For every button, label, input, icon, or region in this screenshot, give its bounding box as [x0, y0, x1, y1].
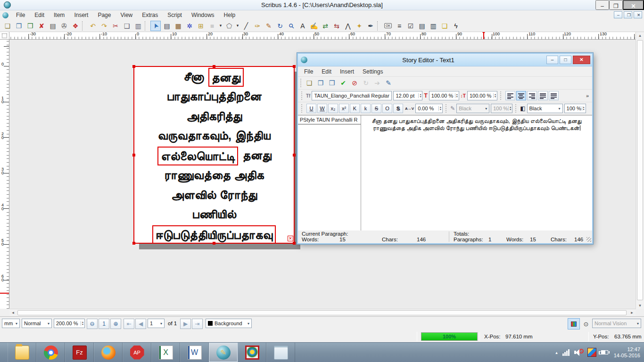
stroke-color-combo[interactable]: Black — [456, 104, 489, 113]
resize-handle[interactable] — [213, 242, 215, 245]
export-pdf-button[interactable]: ❖ — [70, 21, 81, 31]
new-document-button[interactable]: ❏ — [2, 21, 13, 31]
toolbar-separator[interactable] — [82, 21, 85, 31]
volume-muted-icon[interactable] — [574, 349, 583, 356]
paragraph-style-entry[interactable]: PStyle TAUN Panchalli R — [298, 115, 361, 124]
taskbar-filezilla[interactable]: Fz — [65, 343, 94, 362]
color-management-button[interactable] — [568, 318, 580, 329]
scroll-down-arrow-icon[interactable]: ▾ — [636, 302, 644, 309]
zoom-in-button[interactable]: ⊕ — [110, 319, 121, 329]
resize-handle[interactable] — [132, 154, 135, 156]
taskbar-ap[interactable]: AP — [123, 343, 151, 362]
se-new-button[interactable]: ❏ — [304, 78, 314, 88]
resize-handle[interactable] — [293, 154, 296, 156]
scroll-left-arrow-icon[interactable]: ◂ — [9, 309, 17, 316]
pdf-text-field-tool[interactable]: ≡ — [394, 21, 405, 31]
toolbar-overflow-chevron[interactable]: » — [586, 93, 589, 99]
stroke-shade-spinner[interactable]: 100 % — [491, 104, 512, 113]
width-scale-spinner[interactable]: 100.00 % — [429, 91, 459, 100]
superscript-button[interactable]: x² — [339, 104, 349, 113]
paste-button[interactable]: ▥ — [133, 21, 143, 31]
document-page[interactable]: சீனா தனதுபாதுகாப்புத்திறனைஅதிகரித்துவருவ… — [133, 66, 295, 244]
menu-script[interactable]: Script — [163, 10, 187, 20]
menu-extras[interactable]: Extras — [137, 10, 163, 20]
resize-handle[interactable] — [132, 242, 135, 245]
quality-combo[interactable]: Normal — [22, 319, 52, 328]
align-center-button[interactable] — [516, 91, 526, 100]
se-menu-settings[interactable]: Settings — [358, 68, 387, 75]
mdi-restore-button[interactable]: ❐ — [624, 11, 632, 18]
last-page-button[interactable]: ⇥ — [192, 319, 203, 329]
resize-handle[interactable] — [213, 65, 215, 68]
se-maximize-button[interactable]: □ — [560, 56, 571, 64]
menu-view[interactable]: View — [116, 10, 137, 20]
unit-combo[interactable]: mm — [2, 319, 20, 328]
page-number-combo[interactable]: 1 — [148, 319, 165, 328]
toolbar-separator[interactable] — [145, 21, 148, 31]
preview-mode-button[interactable]: ⊙ — [581, 319, 591, 329]
save-document-button[interactable]: ❒ — [25, 21, 35, 31]
first-page-button[interactable]: ⇤ — [124, 319, 134, 329]
menu-file[interactable]: File — [11, 10, 30, 20]
menu-help[interactable]: Help — [219, 10, 240, 20]
vertical-scrollbar[interactable]: ▴ ▾ — [636, 32, 644, 309]
show-hidden-icons-chevron[interactable]: ▴ — [555, 350, 558, 355]
pdf-push-button-tool[interactable]: OK — [383, 21, 393, 31]
se-save-button[interactable]: ❒ — [327, 78, 337, 88]
pdf-checkbox-tool[interactable]: ☑ — [405, 21, 416, 31]
underline-words-button[interactable]: W — [317, 104, 327, 113]
scroll-right-arrow-icon[interactable]: ▸ — [628, 309, 636, 316]
minimize-button[interactable]: – — [595, 0, 609, 10]
taskbar-firefox[interactable] — [94, 343, 123, 362]
select-item-tool[interactable]: ➤ — [150, 21, 161, 31]
se-minimize-button[interactable]: – — [546, 56, 558, 64]
ruler-origin-corner[interactable] — [0, 32, 9, 40]
menu-item[interactable]: Item — [49, 10, 69, 20]
resize-grip[interactable] — [586, 237, 591, 242]
se-cancel-button[interactable]: ⊘ — [349, 78, 360, 88]
copy-button[interactable]: ❑ — [122, 21, 132, 31]
all-caps-button[interactable]: K — [350, 104, 360, 113]
story-editor-text-area[interactable]: சீனா தனது பாதுகாப்புத்திறனை அதிகரித்து வ… — [361, 115, 592, 230]
horizontal-scrollbar-thumb[interactable] — [17, 310, 627, 315]
pdf-combo-box-tool[interactable]: ▤ — [417, 21, 427, 31]
network-signal-icon[interactable] — [562, 349, 570, 356]
menu-insert[interactable]: Insert — [69, 10, 93, 20]
zoom-default-button[interactable]: 1 — [99, 319, 109, 329]
layer-combo[interactable]: Background — [206, 319, 252, 328]
se-menu-edit[interactable]: Edit — [317, 68, 336, 75]
menu-page[interactable]: Page — [93, 10, 116, 20]
unlink-text-frames-tool[interactable]: ⇆ — [331, 21, 342, 31]
next-page-button[interactable]: ▶ — [180, 319, 191, 329]
restore-button[interactable]: ❐ — [609, 0, 623, 10]
align-block-button[interactable] — [538, 91, 548, 100]
pdf-link-annotation-tool[interactable]: ϟ — [451, 21, 461, 31]
taskbar-chrome[interactable] — [36, 343, 65, 362]
resize-handle[interactable] — [293, 65, 296, 68]
vertical-scrollbar-thumb[interactable] — [637, 40, 643, 300]
cut-button[interactable]: ✂ — [110, 21, 121, 31]
measurements-tool[interactable]: ⋀ — [343, 21, 353, 31]
taskbar-word[interactable]: W — [180, 343, 209, 362]
polygon-dropdown-arrow[interactable]: ▾ — [235, 21, 240, 31]
insert-shape-tool[interactable]: ■ — [207, 21, 217, 31]
resize-handle[interactable] — [132, 65, 135, 68]
horizontal-ruler[interactable]: -30-20-100102030405060708090100110120130… — [9, 32, 644, 40]
taskbar-notepad[interactable] — [266, 343, 295, 362]
se-reload-button[interactable]: ↻ — [361, 78, 371, 88]
scroll-up-arrow-icon[interactable]: ▴ — [636, 32, 644, 39]
fill-shade-spinner[interactable]: 100 % — [564, 104, 586, 113]
insert-bezier-tool[interactable]: ✑ — [252, 21, 263, 31]
taskbar-file-explorer[interactable] — [8, 343, 36, 362]
insert-table-tool[interactable]: ⊞ — [196, 21, 206, 31]
insert-render-frame-tool[interactable]: ✲ — [184, 21, 195, 31]
menu-edit[interactable]: Edit — [30, 10, 49, 20]
align-forced-button[interactable] — [549, 91, 559, 100]
close-button[interactable]: ✕ — [623, 0, 644, 10]
close-document-button[interactable]: ✘ — [36, 21, 47, 31]
taskbar-excel[interactable]: X — [151, 343, 180, 362]
rotate-item-tool[interactable]: ↻ — [275, 21, 285, 31]
tray-clock[interactable]: 12:47 14-05-2016 — [614, 346, 640, 359]
vertical-ruler[interactable]: 0102030405060 — [0, 40, 9, 309]
pdf-text-annotation-tool[interactable]: ❏ — [439, 21, 450, 31]
